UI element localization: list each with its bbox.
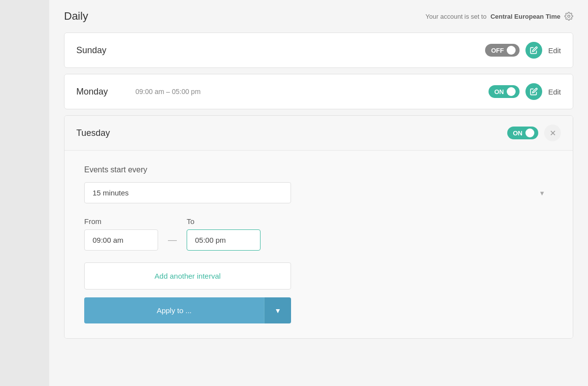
timezone-name: Central European Time — [490, 13, 560, 20]
monday-label: Monday — [76, 87, 135, 97]
monday-edit-label[interactable]: Edit — [548, 88, 561, 96]
sunday-edit-icon-btn[interactable] — [525, 42, 542, 59]
sunday-toggle-circle — [507, 46, 516, 55]
time-row: From — To — [84, 217, 553, 251]
sidebar — [0, 0, 49, 386]
to-label: To — [187, 217, 261, 225]
timezone-prefix: Your account is set to — [425, 13, 487, 20]
from-input[interactable] — [84, 229, 158, 251]
timezone-info: Your account is set to Central European … — [425, 12, 573, 21]
interval-dropdown-arrow: ▼ — [539, 189, 545, 196]
tuesday-body: Events start every 5 minutes 10 minutes … — [65, 151, 573, 338]
sunday-controls: OFF Edit — [485, 42, 561, 59]
tuesday-controls: ON ✕ — [507, 125, 561, 141]
apply-to-dropdown-btn[interactable]: ▼ — [264, 297, 291, 323]
to-group: To — [187, 217, 261, 251]
time-dash: — — [168, 235, 177, 245]
apply-to-button[interactable]: Apply to ... — [84, 297, 264, 323]
from-label: From — [84, 217, 158, 225]
pencil-icon — [530, 88, 538, 96]
sunday-toggle-label: OFF — [491, 47, 504, 54]
interval-select[interactable]: 5 minutes 10 minutes 15 minutes 20 minut… — [84, 182, 291, 203]
add-interval-label: Add another interval — [155, 272, 221, 280]
sunday-card: Sunday OFF Edit — [64, 32, 573, 68]
sunday-label: Sunday — [76, 45, 135, 56]
monday-time: 09:00 am – 05:00 pm — [135, 88, 489, 96]
sunday-toggle[interactable]: OFF — [485, 44, 520, 57]
tuesday-label: Tuesday — [76, 128, 135, 138]
apply-to-label: Apply to ... — [157, 306, 192, 315]
monday-controls: ON Edit — [489, 83, 561, 100]
monday-toggle[interactable]: ON — [489, 85, 520, 98]
monday-edit-icon-btn[interactable] — [525, 83, 542, 100]
to-input[interactable] — [187, 229, 261, 251]
main-content: Daily Your account is set to Central Eur… — [49, 0, 588, 386]
events-start-label: Events start every — [84, 165, 553, 174]
tuesday-toggle-circle — [525, 129, 534, 137]
monday-header: Monday 09:00 am – 05:00 pm ON Edit — [65, 74, 573, 109]
tuesday-header: Tuesday ON ✕ — [65, 116, 573, 151]
page-header: Daily Your account is set to Central Eur… — [64, 10, 573, 23]
interval-dropdown-wrapper: 5 minutes 10 minutes 15 minutes 20 minut… — [84, 182, 553, 203]
svg-point-0 — [568, 15, 570, 18]
monday-card: Monday 09:00 am – 05:00 pm ON Edit — [64, 74, 573, 109]
from-group: From — [84, 217, 158, 251]
monday-toggle-circle — [507, 87, 516, 96]
add-interval-button[interactable]: Add another interval — [84, 262, 291, 290]
sunday-edit-label[interactable]: Edit — [548, 46, 561, 55]
page-title: Daily — [64, 10, 88, 23]
sunday-header: Sunday OFF Edit — [65, 33, 573, 67]
tuesday-toggle[interactable]: ON — [507, 127, 539, 139]
tuesday-card: Tuesday ON ✕ Events start every 5 minute… — [64, 115, 573, 339]
apply-to-arrow-icon: ▼ — [274, 307, 281, 315]
monday-toggle-label: ON — [494, 88, 504, 96]
gear-icon[interactable] — [564, 12, 573, 21]
pencil-icon — [530, 46, 538, 54]
tuesday-close-btn[interactable]: ✕ — [544, 125, 561, 141]
apply-to-row: Apply to ... ▼ — [84, 297, 291, 323]
tuesday-toggle-label: ON — [513, 129, 523, 137]
